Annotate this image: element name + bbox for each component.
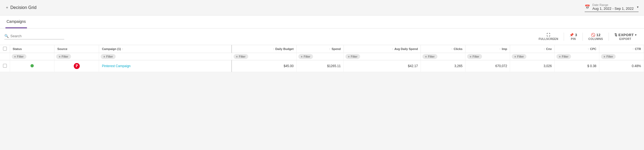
sort-up-icon: ↑ (122, 48, 123, 51)
filter-cpc-button[interactable]: ≡ Filter (556, 54, 571, 59)
header-campaign-text: Campaign (1) (102, 47, 121, 51)
header-cpc: ↑ CPC (555, 45, 599, 53)
filter-cpc-label: Filter (562, 55, 568, 58)
export-text: EXPORT (618, 33, 634, 37)
filter-campaign-label: Filter (106, 55, 113, 58)
header-imp-sort-icon: ↑ (499, 48, 501, 51)
filter-ctr-label: Filter (606, 55, 613, 58)
row-checkbox-cell (0, 60, 10, 72)
filter-spend-icon: ≡ (301, 55, 303, 58)
campaigns-table: Status Source Campaign (1) ↑ (0, 45, 644, 72)
fullscreen-label: FULLSCREEN (539, 38, 558, 40)
header-ctr-sort-icon: ↑ (632, 48, 634, 51)
row-cpc: $ 0.38 (555, 60, 599, 72)
filter-campaign-icon: ≡ (103, 55, 105, 58)
fullscreen-button[interactable]: ⛶ FULLSCREEN (535, 31, 562, 42)
header-ctr: ↑ CTR (599, 45, 644, 53)
filter-status-button[interactable]: ≡ Filter (12, 54, 26, 59)
pin-button[interactable]: 📌 3 PIN (566, 31, 580, 42)
filter-imp-label: Filter (473, 55, 479, 58)
columns-icon: 🚫 (591, 33, 596, 37)
table-header-row: Status Source Campaign (1) ↑ (0, 45, 644, 53)
filter-status-label: Filter (17, 55, 23, 58)
columns-button[interactable]: 🚫 12 COLUMNS (585, 31, 606, 42)
row-campaign: Pinterest Campaign (99, 60, 232, 72)
row-clicks: 3,265 (421, 60, 465, 72)
filter-imp-icon: ≡ (470, 55, 471, 58)
columns-count: 12 (596, 33, 600, 37)
filter-imp-button[interactable]: ≡ Filter (467, 54, 482, 59)
export-label: EXPORT (619, 38, 631, 40)
date-range-picker[interactable]: 📅 Date Range Aug 1, 2022 - Sep 1, 2022 ▾ (585, 3, 639, 12)
toolbar-actions: ⛶ FULLSCREEN 📌 3 PIN 🚫 12 (535, 31, 640, 42)
top-bar: ✦ Decision Grid 📅 Date Range Aug 1, 2022… (0, 0, 644, 15)
filter-campaign-button[interactable]: ≡ Filter (101, 54, 115, 59)
header-source-text: Source (57, 47, 67, 51)
date-range-label: Date Range (592, 3, 634, 7)
header-imp: ↑ Imp (465, 45, 510, 53)
filter-clicks-button[interactable]: ≡ Filter (422, 54, 437, 59)
filter-budget-icon: ≡ (236, 55, 238, 58)
select-all-checkbox[interactable] (3, 47, 7, 51)
header-imp-text: Imp (502, 47, 507, 51)
toolbar-divider-2 (582, 33, 583, 41)
header-status-text: Status (13, 47, 22, 51)
row-daily-budget: $45.00 (232, 60, 296, 72)
tab-campaigns[interactable]: Campaigns (5, 15, 27, 28)
header-spend: ↑ Spend (296, 45, 344, 53)
filter-avg-label: Filter (351, 55, 357, 58)
filter-checkbox-cell (0, 53, 10, 60)
filter-avg-button[interactable]: ≡ Filter (345, 54, 360, 59)
row-status (10, 60, 54, 72)
campaign-link[interactable]: Pinterest Campaign (102, 64, 130, 68)
header-budget-sort-icon: ↑ (273, 48, 274, 51)
header-checkbox-cell (0, 45, 10, 53)
header-source: Source (54, 45, 99, 53)
header-clicks-sort-icon: ↑ (451, 48, 453, 51)
filter-source-button[interactable]: ≡ Filter (56, 54, 71, 59)
filter-ctr-icon: ≡ (604, 55, 605, 58)
filter-row: ≡ Filter ≡ Filter ≡ (0, 53, 644, 60)
header-ctr-text: CTR (635, 47, 641, 51)
header-avg-daily-spend: ↑ Avg Daily Spend (344, 45, 421, 53)
header-cnv: ↑ Cnv (510, 45, 555, 53)
filter-ctr-button[interactable]: ≡ Filter (601, 54, 616, 59)
pinterest-icon: P (74, 63, 80, 69)
pin-count: 3 (575, 33, 577, 37)
header-clicks-text: Clicks (454, 47, 462, 51)
app-title: ✦ Decision Grid (5, 5, 36, 10)
search-input[interactable] (10, 34, 59, 38)
filter-cpc-icon: ≡ (559, 55, 561, 58)
chevron-down-icon: ▾ (637, 5, 639, 9)
header-cnv-text: Cnv (546, 47, 552, 51)
row-imp: 670,072 (465, 60, 510, 72)
row-cnv: 3,026 (510, 60, 555, 72)
filter-budget-button[interactable]: ≡ Filter (234, 54, 248, 59)
filter-avg-cell: ≡ Filter (344, 53, 421, 60)
filter-cpc-cell: ≡ Filter (555, 53, 599, 60)
header-daily-budget-text: Daily Budget (275, 47, 293, 51)
filter-spend-label: Filter (304, 55, 310, 58)
header-avg-text: Avg Daily Spend (394, 47, 418, 51)
filter-campaign-cell: ≡ Filter (99, 53, 232, 60)
toolbar-divider-1 (564, 33, 564, 41)
sparkle-icon: ✦ (5, 5, 9, 10)
filter-clicks-icon: ≡ (425, 55, 427, 58)
filter-spend-button[interactable]: ≡ Filter (298, 54, 313, 59)
filter-source-cell: ≡ Filter (54, 53, 99, 60)
header-spend-text: Spend (332, 47, 341, 51)
date-range-info: Date Range Aug 1, 2022 - Sep 1, 2022 (592, 3, 634, 11)
tabs-bar: Campaigns (0, 15, 644, 29)
header-clicks: ↑ Clicks (421, 45, 465, 53)
filter-source-label: Filter (62, 55, 68, 58)
filter-cnv-button[interactable]: ≡ Filter (512, 54, 526, 59)
filter-cnv-cell: ≡ Filter (510, 53, 555, 60)
export-button[interactable]: ⇅ EXPORT ▾ EXPORT (611, 31, 640, 42)
status-dot-active (30, 64, 34, 67)
toolbar-divider-3 (609, 33, 609, 41)
row-checkbox[interactable] (3, 64, 7, 68)
filter-clicks-cell: ≡ Filter (421, 53, 465, 60)
filter-ctr-cell: ≡ Filter (599, 53, 644, 60)
export-chevron-icon: ▾ (635, 33, 637, 36)
calendar-icon: 📅 (585, 4, 590, 10)
